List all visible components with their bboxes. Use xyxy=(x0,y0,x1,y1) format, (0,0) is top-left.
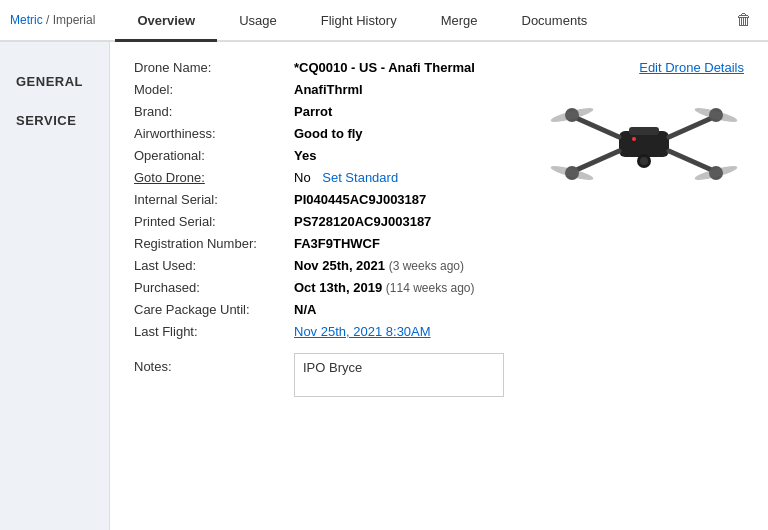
unit-separator: / xyxy=(46,13,53,27)
set-standard-link[interactable]: Set Standard xyxy=(322,170,398,185)
goto-label[interactable]: Goto Drone: xyxy=(134,170,294,185)
model-label: Model: xyxy=(134,82,294,97)
details-section: Drone Name: *CQ0010 - US - Anafi Thermal… xyxy=(134,60,504,397)
printed-serial-value: PS728120AC9J003187 xyxy=(294,214,431,229)
purchased-label: Purchased: xyxy=(134,280,294,295)
unit-switcher: Metric / Imperial xyxy=(10,13,95,27)
imperial-text: Imperial xyxy=(53,13,96,27)
notes-section: Notes: IPO Bryce xyxy=(134,353,504,397)
operational-label: Operational: xyxy=(134,148,294,163)
svg-line-1 xyxy=(669,117,714,137)
tab-usage[interactable]: Usage xyxy=(217,2,299,42)
drone-image xyxy=(544,89,744,199)
airworthiness-label: Airworthiness: xyxy=(134,126,294,141)
sidebar-item-general[interactable]: GENERAL xyxy=(0,62,109,101)
drone-name-label: Drone Name: xyxy=(134,60,294,75)
registration-label: Registration Number: xyxy=(134,236,294,251)
model-row: Model: AnafiThrml xyxy=(134,82,504,97)
drone-name-row: Drone Name: *CQ0010 - US - Anafi Thermal xyxy=(134,60,504,75)
svg-rect-15 xyxy=(629,127,659,135)
printed-serial-row: Printed Serial: PS728120AC9J003187 xyxy=(134,214,504,229)
operational-value: Yes xyxy=(294,148,316,163)
care-package-value: N/A xyxy=(294,302,316,317)
last-used-value: Nov 25th, 2021 (3 weeks ago) xyxy=(294,258,464,273)
purchased-value: Oct 13th, 2019 (114 weeks ago) xyxy=(294,280,475,295)
purchased-ago: (114 weeks ago) xyxy=(386,281,475,295)
operational-row: Operational: Yes xyxy=(134,148,504,163)
notes-textarea[interactable]: IPO Bryce xyxy=(294,353,504,397)
sidebar: GENERAL SERVICE xyxy=(0,42,110,530)
svg-point-13 xyxy=(640,157,648,165)
last-flight-link[interactable]: Nov 25th, 2021 8:30AM xyxy=(294,324,431,339)
registration-row: Registration Number: FA3F9THWCF xyxy=(134,236,504,251)
content-grid: Drone Name: *CQ0010 - US - Anafi Thermal… xyxy=(134,60,744,397)
content-area: Drone Name: *CQ0010 - US - Anafi Thermal… xyxy=(110,42,768,530)
edit-drone-link[interactable]: Edit Drone Details xyxy=(639,60,744,75)
printed-serial-label: Printed Serial: xyxy=(134,214,294,229)
drone-svg xyxy=(544,89,744,199)
tab-flight-history[interactable]: Flight History xyxy=(299,2,419,42)
goto-row: Goto Drone: No Set Standard xyxy=(134,170,504,185)
internal-serial-row: Internal Serial: PI040445AC9J003187 xyxy=(134,192,504,207)
brand-row: Brand: Parrot xyxy=(134,104,504,119)
internal-serial-label: Internal Serial: xyxy=(134,192,294,207)
last-used-label: Last Used: xyxy=(134,258,294,273)
model-value: AnafiThrml xyxy=(294,82,363,97)
airworthiness-row: Airworthiness: Good to fly xyxy=(134,126,504,141)
nav-tabs: Overview Usage Flight History Merge Docu… xyxy=(115,0,758,40)
brand-value: Parrot xyxy=(294,104,332,119)
last-used-date: Nov 25th, 2021 xyxy=(294,258,385,273)
brand-label: Brand: xyxy=(134,104,294,119)
main-layout: GENERAL SERVICE Drone Name: *CQ0010 - US… xyxy=(0,42,768,530)
tab-documents[interactable]: Documents xyxy=(500,2,610,42)
tab-overview[interactable]: Overview xyxy=(115,2,217,42)
care-package-row: Care Package Until: N/A xyxy=(134,302,504,317)
svg-line-2 xyxy=(574,151,619,171)
purchased-date: Oct 13th, 2019 xyxy=(294,280,382,295)
svg-line-0 xyxy=(574,117,619,137)
goto-no: No xyxy=(294,170,311,185)
airworthiness-value: Good to fly xyxy=(294,126,363,141)
goto-value: No Set Standard xyxy=(294,170,398,185)
care-package-label: Care Package Until: xyxy=(134,302,294,317)
last-used-row: Last Used: Nov 25th, 2021 (3 weeks ago) xyxy=(134,258,504,273)
internal-serial-value: PI040445AC9J003187 xyxy=(294,192,426,207)
last-flight-row: Last Flight: Nov 25th, 2021 8:30AM xyxy=(134,324,504,339)
trash-button[interactable]: 🗑 xyxy=(730,0,758,40)
metric-link[interactable]: Metric xyxy=(10,13,43,27)
sidebar-item-service[interactable]: SERVICE xyxy=(0,101,109,140)
last-flight-label: Last Flight: xyxy=(134,324,294,339)
registration-value: FA3F9THWCF xyxy=(294,236,380,251)
last-flight-value: Nov 25th, 2021 8:30AM xyxy=(294,324,431,339)
tab-merge[interactable]: Merge xyxy=(419,2,500,42)
notes-label: Notes: xyxy=(134,353,294,374)
purchased-row: Purchased: Oct 13th, 2019 (114 weeks ago… xyxy=(134,280,504,295)
last-used-ago: (3 weeks ago) xyxy=(389,259,464,273)
drone-name-value: *CQ0010 - US - Anafi Thermal xyxy=(294,60,475,75)
right-section: Edit Drone Details xyxy=(524,60,744,397)
top-nav: Metric / Imperial Overview Usage Flight … xyxy=(0,0,768,42)
svg-line-3 xyxy=(669,151,714,171)
svg-point-14 xyxy=(632,137,636,141)
